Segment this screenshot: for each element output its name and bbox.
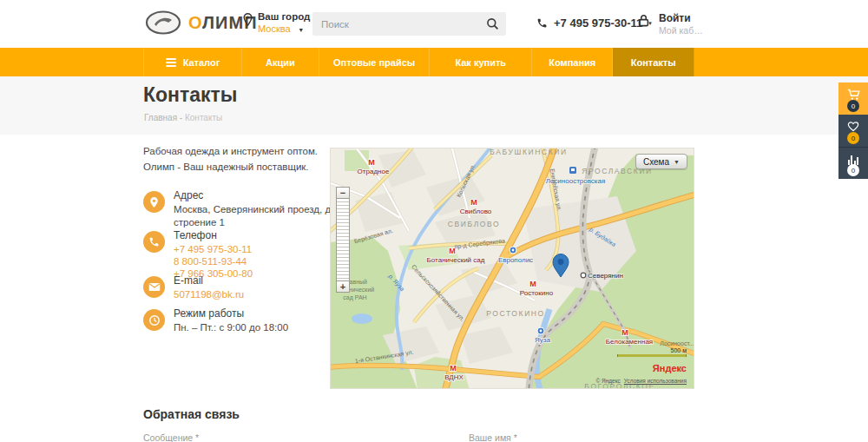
contact-address: Адрес Москва, Северянинский проезд, дом …	[143, 189, 356, 229]
email-title: E-mail	[174, 274, 356, 287]
heart-icon	[846, 120, 860, 133]
hours-text: Пн. – Пт.: с 9:00 до 18:00	[174, 321, 356, 334]
location-pin-icon	[243, 13, 253, 26]
map-label-poi: Европолис	[498, 256, 533, 264]
feedback-title: Обратная связь	[143, 407, 240, 421]
yandex-logo[interactable]: Яндекс	[653, 363, 687, 373]
page: ОЛИМП Ваш город Москва ▾ +7 495 975-3	[0, 0, 868, 442]
zoom-in-button[interactable]: +	[336, 280, 350, 293]
hours-title: Режим работы	[174, 307, 356, 320]
contact-hours: Режим работы Пн. – Пт.: с 9:00 до 18:00	[143, 307, 356, 334]
city-value[interactable]: Москва ▾	[258, 23, 310, 34]
contact-email: E-mail 5071198@bk.ru	[143, 274, 356, 300]
map-label-station: Северянин	[588, 272, 623, 280]
chevron-down-icon: ▼	[674, 159, 680, 165]
header-phone-number: +7 495 975-30-11	[554, 16, 642, 30]
city-selector[interactable]: Ваш город Москва ▾	[243, 11, 310, 34]
nav-items: КаталогАкцииОптовые прайсыКак купитьКомп…	[143, 48, 694, 76]
metro-icon: М	[368, 158, 375, 167]
header-phone[interactable]: +7 495 975-30-11 ▾	[536, 16, 652, 30]
terms-link[interactable]: Условия использования	[624, 378, 687, 384]
metro-icon: М	[529, 280, 536, 288]
logo-icon	[145, 10, 181, 36]
nav-item-label: Оптовые прайсы	[333, 57, 415, 68]
map-type-button[interactable]: Схема▼	[635, 154, 687, 169]
nav-item-акции[interactable]: Акции	[242, 48, 319, 76]
title-band	[0, 76, 868, 135]
metro-icon: М	[621, 328, 628, 337]
compare-count-badge: 0	[847, 164, 859, 176]
address-title: Адрес	[174, 189, 356, 201]
address-pin-icon	[143, 191, 165, 213]
site-header: ОЛИМП Ваш город Москва ▾ +7 495 975-3	[0, 0, 868, 48]
login-block[interactable]: Войти Мой кабинет	[636, 12, 707, 36]
floating-sidebar: 0 0 0	[838, 82, 868, 179]
nav-item-label: Контакты	[631, 57, 676, 68]
map-label-metro: Ботанический сад	[427, 256, 485, 264]
nav-item-label: Каталог	[183, 57, 220, 68]
phone-link[interactable]: +7 495 975-30-11	[174, 243, 356, 255]
nav-item-каталог[interactable]: Каталог	[143, 48, 242, 76]
station-icon	[581, 273, 586, 278]
phone-link[interactable]: 8 800-511-93-44	[174, 255, 356, 267]
breadcrumb-current: Контакты	[185, 113, 222, 122]
map-label-metro: Белокаменная	[606, 338, 653, 346]
zoom-out-button[interactable]: −	[336, 187, 350, 199]
login-button[interactable]: Войти	[659, 12, 707, 24]
nav-item-контакты[interactable]: Контакты	[613, 48, 694, 76]
map-copyright: © ЯндексУсловия использования	[595, 378, 687, 384]
zoom-slider[interactable]	[336, 199, 350, 280]
phone-icon	[536, 17, 548, 29]
hamburger-icon	[166, 58, 176, 67]
lock-icon	[636, 13, 651, 28]
map-label-district: РОСТОКИНО	[486, 309, 545, 318]
map-scale: 500 м	[617, 347, 687, 357]
nav-item-компания[interactable]: Компания	[532, 48, 613, 76]
yandex-map[interactable]: БАБУШКИНСКИЙЯРОСЛАВСКИЙСВИБЛОВОРОСТОКИНО…	[330, 148, 694, 389]
login-subtitle: Мой кабинет	[659, 25, 707, 36]
cart-button[interactable]: 0	[838, 82, 868, 115]
nav-item-label: Акции	[266, 57, 295, 68]
feedback-message-label: Сообщение *	[143, 432, 199, 442]
main-nav: КаталогАкцииОптовые прайсыКак купитьКомп…	[0, 48, 868, 76]
metro-icon: М	[450, 364, 457, 373]
wishlist-count-badge: 0	[847, 132, 859, 144]
map-label-metro: ВДНХ	[444, 373, 464, 381]
map-label-metro: Ростокино	[520, 289, 554, 297]
intro-text: Рабочая одежда и инструмент оптом. Олимп…	[143, 144, 324, 175]
phones-title: Телефон	[174, 229, 356, 241]
nav-item-как купить[interactable]: Как купить	[430, 48, 532, 76]
map-label-area: сад РАН	[343, 294, 366, 301]
nav-item-оптовые прайсы[interactable]: Оптовые прайсы	[319, 48, 431, 76]
logo[interactable]: ОЛИМП	[145, 10, 258, 36]
chevron-down-icon: ▾	[298, 26, 303, 34]
map-label-metro: Свиблово	[460, 208, 492, 215]
map-label-district: СВИБЛОВО	[448, 220, 500, 228]
cart-count-badge: 0	[847, 100, 859, 112]
email-envelope-icon	[143, 276, 165, 298]
map-label-street: Лосиноост...	[660, 340, 694, 346]
breadcrumb: Главная - Контакты	[144, 113, 222, 122]
map-label-metro: Отрадное	[358, 168, 390, 175]
breadcrumb-home[interactable]: Главная	[144, 113, 177, 122]
page-title: Контакты	[143, 83, 237, 107]
search-input[interactable]	[321, 12, 477, 36]
breadcrumb-separator: -	[180, 113, 182, 122]
email-link[interactable]: 5071198@bk.ru	[174, 288, 356, 300]
map-label-halt: Яуза	[535, 336, 550, 344]
map-zoom-control: − +	[336, 187, 350, 293]
compare-button[interactable]: 0	[838, 147, 868, 179]
phone-circle-icon	[143, 231, 165, 253]
map-label-district: БАБУШКИНСКИЙ	[490, 148, 567, 156]
scale-bar	[617, 354, 687, 357]
contact-phones: Телефон +7 495 975-30-118 800-511-93-44+…	[143, 229, 356, 280]
feedback-name-label: Ваше имя *	[469, 432, 517, 442]
nav-item-label: Как купить	[455, 57, 506, 68]
wishlist-button[interactable]: 0	[838, 115, 868, 147]
clock-icon	[143, 309, 165, 331]
nav-item-label: Компания	[549, 57, 595, 68]
search-icon[interactable]	[486, 17, 499, 30]
address-text: Москва, Северянинский проезд, дом 9, стр…	[174, 203, 356, 229]
search-bar	[312, 12, 506, 36]
city-label: Ваш город	[258, 11, 310, 22]
